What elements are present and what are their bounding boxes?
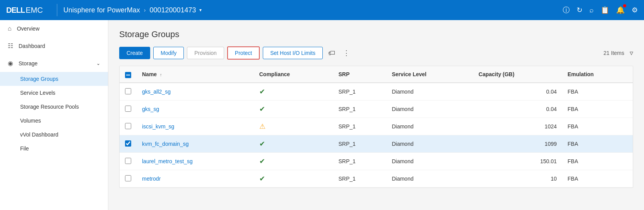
search-icon[interactable]: ⌕ — [589, 6, 594, 14]
select-all-checkbox[interactable] — [125, 72, 131, 78]
nav-divider — [57, 4, 57, 16]
items-count: 21 Items — [603, 50, 624, 56]
brand-logo: DELL EMC — [6, 6, 43, 15]
row-name-link[interactable]: kvm_fc_domain_sg — [142, 141, 189, 147]
brand-emc: EMC — [26, 6, 43, 15]
bell-badge — [623, 4, 626, 7]
sidebar-item-storage-groups[interactable]: Storage Groups — [0, 72, 108, 86]
row-name-cell: kvm_fc_domain_sg — [137, 135, 254, 153]
select-all-header[interactable] — [120, 66, 137, 83]
col-name[interactable]: Name ↑ — [137, 66, 254, 83]
bell-icon[interactable]: 🔔 — [616, 6, 625, 14]
compliance-warn-icon: ⚠ — [259, 123, 265, 130]
row-compliance-cell: ⚠ — [254, 118, 333, 135]
sidebar-item-dashboard[interactable]: ☷ Dashboard — [0, 37, 108, 55]
refresh-icon[interactable]: ↻ — [577, 6, 582, 14]
brand-dell: DELL — [6, 6, 25, 15]
nav-system-id[interactable]: 000120001473 — [149, 6, 196, 14]
row-checkbox[interactable] — [125, 106, 131, 112]
table-row: gks_all2_sg✔SRP_1Diamond0.04FBA — [120, 83, 633, 101]
sidebar-item-storage[interactable]: ◉ Storage ⌄ — [0, 55, 108, 72]
modify-button[interactable]: Modify — [153, 47, 184, 59]
home-icon: ⌂ — [8, 25, 12, 32]
compliance-ok-icon: ✔ — [259, 175, 265, 183]
sidebar-item-service-levels[interactable]: Service Levels — [0, 86, 108, 100]
main-content: Storage Groups Create Modify Provision P… — [108, 20, 644, 210]
sidebar-item-volumes[interactable]: Volumes — [0, 114, 108, 128]
toolbar: Create Modify Provision Protect Set Host… — [119, 46, 633, 60]
row-capacity-cell: 1099 — [473, 135, 562, 153]
data-table-container: Name ↑ Compliance SRP Service Level — [119, 66, 633, 188]
row-name-link[interactable]: iscsi_kvm_sg — [142, 123, 174, 130]
tag-icon-button[interactable]: 🏷 — [326, 48, 337, 59]
provision-button[interactable]: Provision — [187, 47, 224, 59]
col-capacity[interactable]: Capacity (GB) — [473, 66, 562, 83]
sidebar-item-storage-resource-pools[interactable]: Storage Resource Pools — [0, 100, 108, 114]
compliance-ok-icon: ✔ — [259, 140, 265, 148]
page-title: Storage Groups — [119, 29, 633, 39]
col-service-level[interactable]: Service Level — [386, 66, 473, 83]
row-checkbox-cell[interactable] — [120, 153, 137, 170]
col-emulation-label: Emulation — [568, 71, 594, 77]
table-row: gks_sg✔SRP_1Diamond0.04FBA — [120, 101, 633, 118]
col-emulation[interactable]: Emulation — [562, 66, 633, 83]
filter-icon[interactable]: ▿ — [630, 49, 633, 57]
compliance-ok-icon: ✔ — [259, 88, 265, 96]
row-checkbox-cell[interactable] — [120, 135, 137, 153]
create-button[interactable]: Create — [119, 47, 150, 59]
row-checkbox-cell[interactable] — [120, 83, 137, 101]
table-row: kvm_fc_domain_sg✔SRP_1Diamond1099FBA — [120, 135, 633, 153]
row-service-level-cell: Diamond — [386, 101, 473, 118]
sidebar-item-file[interactable]: File — [0, 142, 108, 155]
row-compliance-cell: ✔ — [254, 135, 333, 153]
service-levels-label: Service Levels — [20, 90, 55, 96]
col-name-label: Name — [142, 71, 157, 77]
info-icon[interactable]: ⓘ — [563, 5, 570, 15]
row-checkbox-cell[interactable] — [120, 170, 137, 188]
sidebar-item-overview[interactable]: ⌂ Overview — [0, 20, 108, 37]
col-service-level-label: Service Level — [392, 71, 426, 77]
row-checkbox[interactable] — [125, 123, 131, 129]
dashboard-icon: ☷ — [8, 42, 13, 50]
row-emulation-cell: FBA — [562, 101, 633, 118]
protect-button[interactable]: Protect — [227, 46, 260, 60]
storage-resource-pools-label: Storage Resource Pools — [20, 104, 79, 110]
settings-icon[interactable]: ⚙ — [632, 6, 638, 14]
row-name-link[interactable]: metrodr — [142, 176, 161, 182]
row-name-cell: laurel_metro_test_sg — [137, 153, 254, 170]
row-name-cell: metrodr — [137, 170, 254, 188]
row-capacity-cell: 0.04 — [473, 101, 562, 118]
row-capacity-cell: 1024 — [473, 118, 562, 135]
row-emulation-cell: FBA — [562, 135, 633, 153]
row-checkbox[interactable] — [125, 88, 131, 94]
row-compliance-cell: ✔ — [254, 153, 333, 170]
set-host-io-limits-button[interactable]: Set Host I/O Limits — [263, 47, 323, 59]
row-name-link[interactable]: laurel_metro_test_sg — [142, 158, 193, 164]
row-checkbox-cell[interactable] — [120, 101, 137, 118]
row-emulation-cell: FBA — [562, 170, 633, 188]
row-compliance-cell: ✔ — [254, 83, 333, 101]
clipboard-icon[interactable]: 📋 — [601, 6, 609, 14]
row-emulation-cell: FBA — [562, 83, 633, 101]
storage-groups-label: Storage Groups — [20, 76, 58, 82]
col-compliance[interactable]: Compliance — [254, 66, 333, 83]
col-capacity-label: Capacity (GB) — [479, 71, 515, 77]
row-name-link[interactable]: gks_sg — [142, 106, 159, 112]
row-checkbox-cell[interactable] — [120, 118, 137, 135]
row-service-level-cell: Diamond — [386, 83, 473, 101]
row-checkbox[interactable] — [125, 175, 131, 181]
system-dropdown-arrow-icon[interactable]: ▾ — [199, 7, 202, 13]
row-name-cell: gks_all2_sg — [137, 83, 254, 101]
row-checkbox[interactable] — [125, 158, 131, 164]
nav-chevron-icon: › — [144, 7, 146, 13]
sidebar-item-vvol-dashboard[interactable]: vVol Dashboard — [0, 128, 108, 142]
row-name-link[interactable]: gks_all2_sg — [142, 89, 171, 95]
storage-groups-table: Name ↑ Compliance SRP Service Level — [120, 66, 633, 188]
row-srp-cell: SRP_1 — [333, 83, 386, 101]
more-options-button[interactable]: ⋮ — [341, 47, 352, 59]
table-row: metrodr✔SRP_1Diamond10FBA — [120, 170, 633, 188]
row-checkbox[interactable] — [125, 140, 131, 147]
row-srp-cell: SRP_1 — [333, 101, 386, 118]
row-name-cell: gks_sg — [137, 101, 254, 118]
col-srp[interactable]: SRP — [333, 66, 386, 83]
